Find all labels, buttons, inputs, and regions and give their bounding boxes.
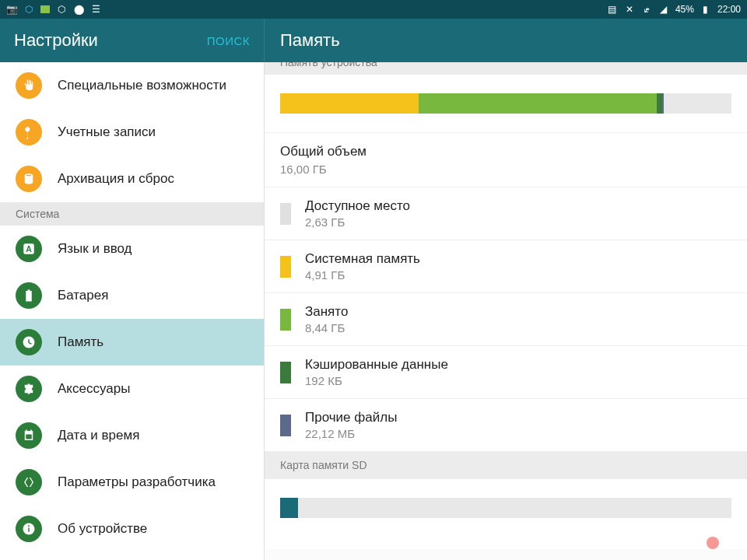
sd-storage-bar bbox=[280, 498, 731, 518]
sidebar-item[interactable]: Дата и время bbox=[0, 412, 264, 459]
sidebar[interactable]: Специальные возможностиУчетные записиАрх… bbox=[0, 62, 265, 560]
sidebar-item-label: Аксессуары bbox=[58, 381, 130, 397]
sidebar-item-label: Батарея bbox=[58, 288, 108, 303]
app-header: Настройки ПОИСК Память bbox=[0, 19, 747, 62]
sidebar-item[interactable]: Память bbox=[0, 319, 264, 366]
color-swatch bbox=[280, 309, 291, 331]
app-icon: ⬡ bbox=[23, 4, 34, 15]
svg-point-4 bbox=[28, 525, 30, 527]
row-subtitle: 22,12 МБ bbox=[305, 427, 397, 440]
sd-segment bbox=[280, 498, 298, 518]
page-title: Память bbox=[280, 30, 340, 51]
row-title: Системная память bbox=[305, 251, 420, 267]
svg-rect-3 bbox=[28, 528, 30, 532]
letter-a-icon: A bbox=[16, 236, 42, 262]
puzzle-icon bbox=[16, 376, 42, 402]
assist-dot-icon bbox=[707, 537, 719, 549]
total-value: 16,00 ГБ bbox=[280, 163, 731, 176]
sidebar-item-label: Учетные записи bbox=[58, 124, 156, 140]
sidebar-item-label: Дата и время bbox=[58, 428, 139, 443]
sd-card-header: Карта памяти SD bbox=[265, 451, 747, 479]
row-title: Прочие файлы bbox=[305, 410, 397, 425]
storage-bar-container bbox=[265, 75, 747, 132]
storage-row[interactable]: Доступное место2,63 ГБ bbox=[265, 187, 747, 240]
sidebar-item-label: Архивация и сброс bbox=[58, 171, 174, 187]
content[interactable]: Память устройстваОбщий объем16,00 ГБДост… bbox=[265, 62, 747, 560]
color-swatch bbox=[280, 415, 291, 436]
app-icon-2 bbox=[40, 5, 50, 13]
dev-icon bbox=[16, 469, 42, 495]
storage-clock-icon bbox=[16, 329, 42, 355]
status-bar: 📷 ⬡ ⬡ ⬤ ☰ ▤ ✕ ⸙ ◢ 45% ▮ 22:00 bbox=[0, 0, 747, 19]
storage-segment bbox=[419, 93, 657, 114]
storage-row[interactable]: Прочие файлы22,12 МБ bbox=[265, 398, 747, 451]
row-subtitle: 8,44 ГБ bbox=[305, 321, 348, 334]
row-title: Кэшированные данные bbox=[305, 357, 448, 373]
shield-icon: ⬡ bbox=[56, 4, 67, 15]
row-subtitle: 2,63 ГБ bbox=[305, 215, 410, 229]
sd-bar-container bbox=[265, 479, 747, 549]
sidebar-item[interactable]: Аксессуары bbox=[0, 366, 264, 412]
storage-row[interactable]: Кэшированные данные192 КБ bbox=[265, 345, 747, 398]
status-left: 📷 ⬡ ⬡ ⬤ ☰ bbox=[6, 4, 101, 15]
storage-row[interactable]: Занято8,44 ГБ bbox=[265, 292, 747, 345]
sidebar-section-header: Система bbox=[0, 202, 264, 226]
sidebar-item-label: Язык и ввод bbox=[58, 241, 132, 257]
storage-segment bbox=[657, 93, 662, 114]
storage-row[interactable]: Системная память4,91 ГБ bbox=[265, 240, 747, 292]
color-swatch bbox=[280, 362, 291, 383]
wifi-icon: ⸙ bbox=[641, 4, 652, 15]
mute-icon: ✕ bbox=[624, 4, 635, 15]
badge-icon: ⬤ bbox=[73, 4, 84, 15]
sidebar-item[interactable]: Специальные возможности bbox=[0, 62, 264, 109]
svg-text:A: A bbox=[26, 244, 32, 254]
body: Специальные возможностиУчетные записиАрх… bbox=[0, 62, 747, 560]
row-title: Занято bbox=[305, 304, 348, 320]
row-subtitle: 192 КБ bbox=[305, 374, 448, 387]
refresh-db-icon bbox=[16, 166, 42, 192]
sidebar-item[interactable]: Архивация и сброс bbox=[0, 156, 264, 202]
row-title: Доступное место bbox=[305, 198, 410, 214]
battery-percent: 45% bbox=[675, 4, 694, 15]
sidebar-item-label: Специальные возможности bbox=[58, 78, 226, 93]
total-label: Общий объем bbox=[280, 144, 731, 159]
calendar-icon bbox=[16, 422, 42, 449]
signal-icon: ◢ bbox=[658, 4, 669, 15]
total-storage-block[interactable]: Общий объем16,00 ГБ bbox=[265, 132, 747, 187]
storage-segment bbox=[662, 93, 664, 114]
row-subtitle: 4,91 ГБ bbox=[305, 268, 420, 282]
color-swatch bbox=[280, 203, 291, 225]
clock: 22:00 bbox=[717, 4, 741, 15]
storage-bar bbox=[280, 93, 731, 114]
status-right: ▤ ✕ ⸙ ◢ 45% ▮ 22:00 bbox=[607, 4, 741, 15]
search-button[interactable]: ПОИСК bbox=[207, 34, 250, 47]
sidebar-item-label: Об устройстве bbox=[58, 521, 147, 537]
settings-title: Настройки bbox=[14, 30, 98, 51]
color-swatch bbox=[280, 256, 291, 278]
sidebar-item-label: Память bbox=[58, 334, 103, 350]
sidebar-item[interactable]: AЯзык и ввод bbox=[0, 226, 264, 272]
info-icon bbox=[16, 516, 42, 542]
header-left: Настройки ПОИСК bbox=[0, 19, 265, 62]
device-storage-header: Память устройства bbox=[265, 62, 747, 75]
cast-icon: ▤ bbox=[607, 4, 618, 15]
hand-icon bbox=[16, 72, 42, 99]
sidebar-item[interactable]: Батарея bbox=[0, 272, 264, 319]
battery-icon: ▮ bbox=[700, 4, 711, 15]
header-right: Память bbox=[265, 19, 747, 62]
sidebar-item-label: Параметры разработчика bbox=[58, 474, 216, 490]
sidebar-item[interactable]: Об устройстве bbox=[0, 506, 264, 552]
battery-icon bbox=[16, 282, 42, 309]
link-icon: ☰ bbox=[90, 4, 101, 15]
sidebar-item[interactable]: Параметры разработчика bbox=[0, 459, 264, 506]
camera-icon: 📷 bbox=[6, 4, 17, 15]
sidebar-item[interactable]: Учетные записи bbox=[0, 109, 264, 156]
storage-segment bbox=[280, 93, 419, 114]
key-icon bbox=[16, 119, 42, 145]
